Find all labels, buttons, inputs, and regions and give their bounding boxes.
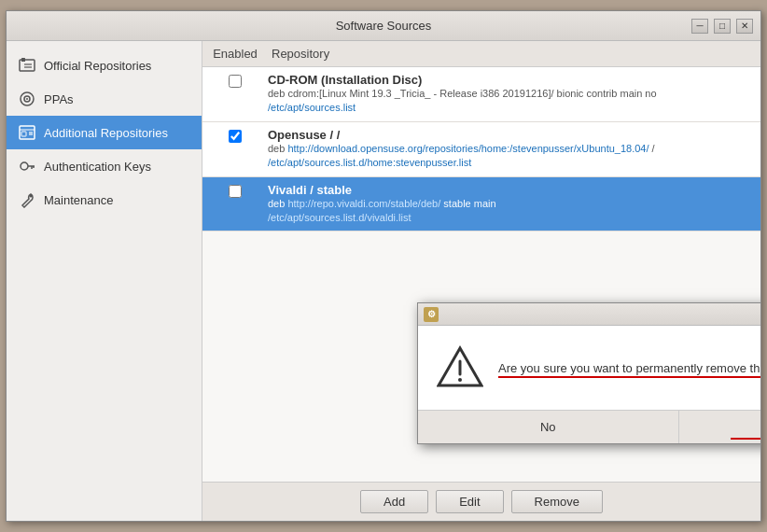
repo-name-opensuse: Opensuse / / <box>268 128 753 142</box>
repo-detail-opensuse: deb http://download.opensuse.org/reposit… <box>268 142 753 171</box>
svg-rect-9 <box>21 132 26 136</box>
repo-check-opensuse[interactable] <box>202 128 268 143</box>
dialog-titlebar: ⚙ ─ □ ✕ <box>418 303 760 326</box>
sidebar-item-ppas[interactable]: PPAs <box>7 82 202 116</box>
additional-icon <box>18 123 36 142</box>
dialog-message: Are you sure you want to permanently rem… <box>498 361 760 375</box>
checkbox-vivaldi[interactable] <box>229 185 242 198</box>
confirm-dialog: ⚙ ─ □ ✕ Are you su <box>417 302 760 444</box>
checkbox-opensuse[interactable] <box>229 130 242 143</box>
repo-detail-vivaldi: deb http://repo.vivaldi.com/stable/deb/ … <box>268 197 753 226</box>
edit-button[interactable]: Edit <box>436 490 503 513</box>
col-header-repository: Repository <box>268 45 760 63</box>
dialog-yes-button[interactable]: Yes <box>679 411 761 443</box>
dialog-title-icon: ⚙ <box>424 307 439 322</box>
dialog-body: Are you sure you want to permanently rem… <box>418 326 760 411</box>
bottom-bar: Add Edit Remove <box>202 482 760 521</box>
remove-button[interactable]: Remove <box>511 490 603 513</box>
wrench-icon <box>18 190 36 209</box>
table-row[interactable]: Opensuse / / deb http://download.opensus… <box>202 122 760 177</box>
table-row[interactable]: Vivaldi / stable deb http://repo.vivaldi… <box>202 177 760 232</box>
close-button[interactable]: ✕ <box>736 19 753 34</box>
window-title: Software Sources <box>336 19 432 33</box>
sidebar-label-official-repos: Official Repositories <box>44 59 151 73</box>
repo-name-vivaldi: Vivaldi / stable <box>268 183 753 197</box>
maximize-button[interactable]: □ <box>714 19 731 34</box>
table-header: Enabled Repository <box>202 41 760 67</box>
main-window: Software Sources ─ □ ✕ Official Reposi <box>6 10 761 522</box>
svg-rect-1 <box>21 58 25 62</box>
repo-check-cdrom[interactable] <box>202 73 268 88</box>
dialog-message-text: Are you sure you want to permanently rem… <box>498 361 760 378</box>
repo-check-vivaldi[interactable] <box>202 183 268 198</box>
key-icon <box>18 157 36 175</box>
ppa-icon <box>18 90 36 108</box>
repo-icon <box>18 56 36 75</box>
sidebar: Official Repositories PPAs <box>7 41 202 521</box>
repo-info-cdrom: CD-ROM (Installation Disc) deb cdrom:[Li… <box>268 73 760 116</box>
sidebar-item-additional-repos[interactable]: Additional Repositories <box>7 116 202 149</box>
minimize-button[interactable]: ─ <box>691 19 708 34</box>
repo-detail-cdrom: deb cdrom:[Linux Mint 19.3 _Tricia_ - Re… <box>268 87 753 116</box>
svg-point-19 <box>458 378 462 382</box>
right-panel-wrapper: Enabled Repository CD-ROM (Installation … <box>202 41 760 521</box>
dialog-icon-glyph: ⚙ <box>427 309 436 319</box>
svg-point-6 <box>26 98 28 100</box>
add-button[interactable]: Add <box>360 490 428 513</box>
repo-info-opensuse: Opensuse / / deb http://download.opensus… <box>268 128 760 171</box>
checkbox-cdrom[interactable] <box>229 75 242 88</box>
sidebar-label-additional-repos: Additional Repositories <box>44 126 168 140</box>
warning-icon <box>437 344 483 391</box>
dialog-no-button[interactable]: No <box>418 411 679 443</box>
table-row[interactable]: CD-ROM (Installation Disc) deb cdrom:[Li… <box>202 67 760 122</box>
repo-name-cdrom: CD-ROM (Installation Disc) <box>268 73 753 87</box>
sidebar-item-official-repos[interactable]: Official Repositories <box>7 49 202 82</box>
sidebar-label-maintenance: Maintenance <box>44 193 113 207</box>
sidebar-item-auth-keys[interactable]: Authentication Keys <box>7 149 202 183</box>
col-header-enabled: Enabled <box>202 45 268 63</box>
window-controls: ─ □ ✕ <box>691 19 753 34</box>
sidebar-label-ppas: PPAs <box>44 92 74 106</box>
titlebar: Software Sources ─ □ ✕ <box>7 11 760 41</box>
sidebar-item-maintenance[interactable]: Maintenance <box>7 183 202 217</box>
right-panel: Enabled Repository CD-ROM (Installation … <box>202 41 760 521</box>
svg-point-12 <box>21 162 28 170</box>
sidebar-label-auth-keys: Authentication Keys <box>44 160 151 174</box>
main-content: Official Repositories PPAs <box>7 41 760 521</box>
svg-point-16 <box>30 195 33 198</box>
dialog-buttons: No Yes <box>418 411 760 443</box>
repo-info-vivaldi: Vivaldi / stable deb http://repo.vivaldi… <box>268 183 760 226</box>
